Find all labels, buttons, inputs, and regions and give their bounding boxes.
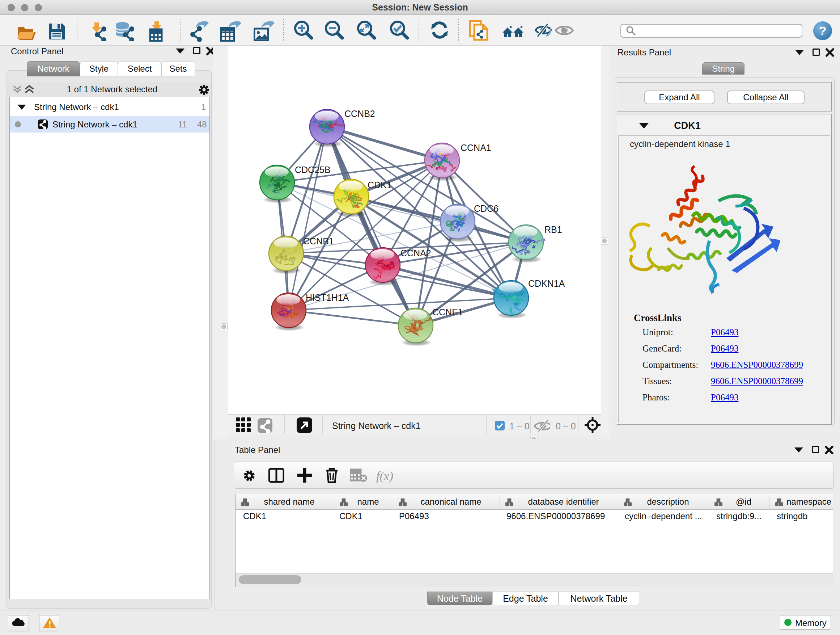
svg-text:HIST1H1A: HIST1H1A	[306, 293, 349, 302]
svg-text:CDC6: CDC6	[474, 203, 499, 214]
svg-text:CDK1: CDK1	[368, 180, 392, 190]
svg-text:CCNB1: CCNB1	[303, 236, 334, 246]
svg-text:CCNB2: CCNB2	[344, 109, 375, 119]
svg-text:CDKN1A: CDKN1A	[528, 279, 565, 288]
svg-text:CCNA2: CCNA2	[401, 248, 431, 258]
svg-text:CDC25B: CDC25B	[295, 165, 331, 175]
svg-text:CCNE1: CCNE1	[432, 307, 463, 317]
svg-text:RB1: RB1	[545, 225, 562, 234]
svg-text:CCNA1: CCNA1	[461, 143, 491, 153]
